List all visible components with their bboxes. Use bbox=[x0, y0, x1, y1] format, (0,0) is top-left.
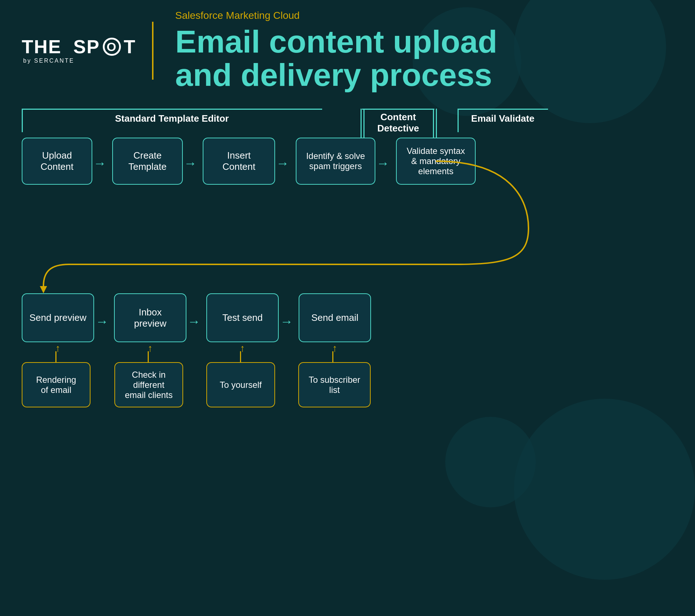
sub-box-rendering: Renderingof email bbox=[22, 362, 90, 407]
arrow-3: → bbox=[276, 156, 289, 171]
ev-bracket-top bbox=[458, 109, 548, 110]
diagram: Standard Template Editor ContentDetectiv… bbox=[22, 109, 673, 435]
header: THE SP O T by SERCANTE Salesforce Market… bbox=[0, 0, 695, 101]
logo-o: O bbox=[103, 38, 121, 56]
sub-box-check-clients: Check indifferentemail clients bbox=[114, 362, 183, 407]
diagram-area: Standard Template Editor ContentDetectiv… bbox=[22, 109, 673, 435]
arrow-r2-3: → bbox=[280, 314, 293, 329]
vconn-3 bbox=[240, 351, 241, 362]
title-section: Salesforce Marketing Cloud Email content… bbox=[175, 10, 695, 92]
logo-the: THE bbox=[22, 37, 62, 56]
box-inbox-preview: Inbox preview bbox=[114, 293, 186, 342]
box-validate-syntax: Validate syntax& mandatoryelements bbox=[396, 138, 476, 185]
box-insert-content: Insert Content bbox=[203, 138, 275, 185]
ev-label: Email Validate bbox=[458, 113, 548, 124]
page-subtitle: Salesforce Marketing Cloud bbox=[175, 10, 695, 21]
vconn-2 bbox=[148, 351, 149, 362]
logo-section: THE SP O T by SERCANTE bbox=[0, 23, 152, 79]
box-send-preview: Send preview bbox=[22, 293, 94, 342]
header-divider bbox=[152, 22, 153, 80]
logo-by: by SERCANTE bbox=[23, 58, 74, 64]
arrow-2: → bbox=[184, 156, 197, 171]
logo: THE SP O T bbox=[22, 37, 136, 56]
sub-box-subscriber-list: To subscriberlist bbox=[298, 362, 371, 407]
sub-box-to-yourself: To yourself bbox=[206, 362, 275, 407]
box-test-send: Test send bbox=[206, 293, 279, 342]
arrow-r2-1: → bbox=[96, 314, 109, 329]
logo-t: T bbox=[124, 37, 136, 56]
cd-vline-left bbox=[361, 109, 362, 138]
arrow-1: → bbox=[93, 156, 106, 171]
arrow-r2-2: → bbox=[188, 314, 201, 329]
box-identify-spam: Identify & solvespam triggers bbox=[296, 138, 375, 185]
vconn-1 bbox=[55, 351, 56, 362]
page-title: Email content upload and delivery proces… bbox=[175, 25, 695, 92]
ste-bracket-top bbox=[22, 109, 322, 110]
svg-marker-0 bbox=[40, 286, 47, 293]
cd-label: ContentDetective bbox=[362, 112, 434, 134]
ste-label: Standard Template Editor bbox=[22, 113, 322, 124]
cd-vline-right2 bbox=[436, 109, 437, 138]
cd-bracket-top bbox=[362, 109, 434, 110]
box-create-template: CreateTemplate bbox=[112, 138, 183, 185]
vconn-4 bbox=[332, 351, 333, 362]
box-upload-content: Upload Content bbox=[22, 138, 92, 185]
logo-sp: SP bbox=[73, 37, 100, 56]
arrow-4: → bbox=[376, 156, 389, 171]
box-send-email: Send email bbox=[299, 293, 371, 342]
